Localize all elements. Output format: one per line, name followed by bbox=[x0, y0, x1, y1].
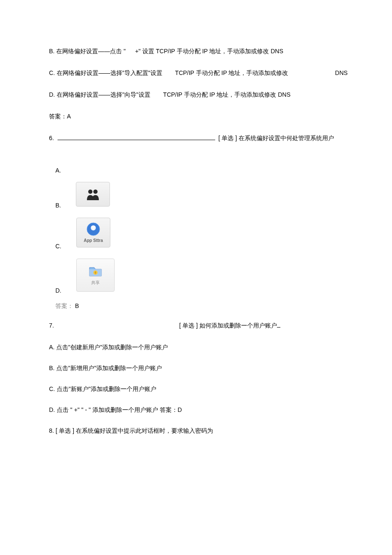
q6-number: 6. bbox=[49, 135, 54, 141]
q5-answer: 答案：A bbox=[49, 112, 375, 121]
q6-answer-letter: B bbox=[75, 302, 79, 309]
people-silhouette-icon bbox=[84, 188, 101, 200]
q6-option-c-icon-container: 共享 bbox=[76, 259, 115, 292]
q6-option-a-icon-container bbox=[76, 182, 110, 207]
sharing-icon: 共享 bbox=[76, 259, 115, 292]
q6-blank bbox=[58, 140, 215, 140]
q6-answer: 答案： B bbox=[55, 302, 375, 311]
q7-option-b: B. 点击"新增用户"添加或删除一个用户账户 bbox=[49, 364, 375, 373]
q7-text: [ 单选 ] 如何添加或删除一个用户账户 bbox=[179, 322, 277, 329]
q6-question: 6. [ 单选 ] 在系统偏好设置中何处管理系统用户 bbox=[49, 134, 375, 143]
q6-answer-prefix: 答案： bbox=[55, 302, 73, 309]
q5-d-text1: 在网络偏好设置——选择"向导"设置 bbox=[57, 91, 150, 98]
q7-option-a: A. 点击"创建新用户"添加或删除一个用户账户 bbox=[49, 343, 375, 352]
q5-option-d: D. 在网络偏好设置——选择"向导"设置 TCP/IP 手动分配 IP 地址，手… bbox=[49, 90, 375, 99]
q7-option-c: C. 点击"新账户"添加或删除一个用户账户 bbox=[49, 385, 375, 394]
q5-option-c: C. 在网络偏好设置——选择"导入配置"设置 TCP/IP 手动分配 IP 地址… bbox=[49, 69, 375, 78]
q5-b-prefix: B. bbox=[49, 48, 55, 55]
app-store-icon: App Sttra bbox=[76, 218, 110, 247]
q7-question: 7. [ 单选 ] 如何添加或删除一个用户账户 bbox=[49, 321, 375, 330]
app-store-circle-icon bbox=[86, 222, 101, 236]
q7-option-d: D. 点击 " +" " - " 添加或删除一个用户账户 答案：D bbox=[49, 405, 375, 414]
q6-row-d-label: D. 共享 bbox=[49, 255, 375, 295]
q6-option-b-label: B. bbox=[55, 201, 61, 210]
q5-c-text1: 在网络偏好设置——选择"导入配置"设置 bbox=[57, 69, 162, 76]
q5-c-prefix: C. bbox=[49, 69, 55, 76]
sharing-label: 共享 bbox=[91, 279, 100, 286]
q5-option-b: B. 在网络偏好设置——点击 " +" 设置 TCP/IP 手动分配 IP 地址… bbox=[49, 47, 375, 56]
app-store-label: App Sttra bbox=[84, 237, 103, 244]
q6-option-c-label: C. bbox=[55, 242, 61, 251]
q6-option-a-label: A. bbox=[55, 166, 375, 175]
q5-b-text1: 在网络偏好设置——点击 " bbox=[56, 48, 126, 55]
q6-option-b-icon-container: App Sttra bbox=[76, 218, 110, 247]
q6-text: [ 单选 ] 在系统偏好设置中何处管理系统用户 bbox=[218, 135, 334, 141]
q8-question: 8. [ 单选 ] 在系统偏好设置中提示此对话框时，要求输入密码为 bbox=[49, 426, 375, 435]
q5-c-text2: TCP/IP 手动分配 IP 地址，手动添加或修改 bbox=[175, 69, 288, 78]
q6-row-a-icon: B. bbox=[49, 178, 375, 210]
svg-point-1 bbox=[93, 190, 98, 194]
q5-d-text2: TCP/IP 手动分配 IP 地址，手动添加或修改 DNS bbox=[163, 90, 291, 99]
users-groups-icon bbox=[76, 182, 110, 207]
q7-number: 7. bbox=[49, 321, 54, 330]
q6-option-d-label: D. bbox=[55, 286, 61, 295]
q7-trailing-blank bbox=[277, 327, 280, 328]
svg-point-0 bbox=[88, 190, 92, 194]
q5-c-dns: DNS bbox=[335, 69, 348, 78]
q6-row-b-icon: C. App Sttra bbox=[49, 214, 375, 251]
q5-b-text2: +" 设置 TCP/IP 手动分配 IP 地址，手动添加或修改 DNS bbox=[135, 48, 283, 55]
q5-d-prefix: D. bbox=[49, 91, 55, 98]
folder-share-icon bbox=[88, 265, 103, 278]
